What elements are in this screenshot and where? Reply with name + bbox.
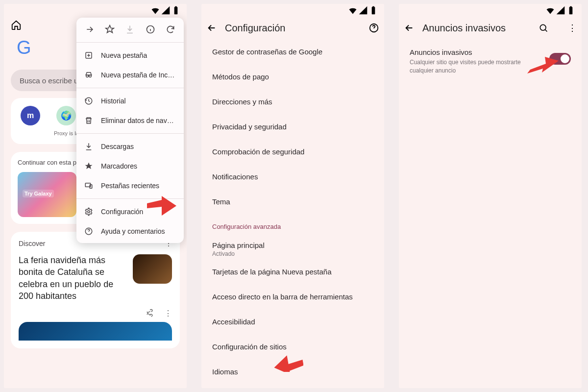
battery-icon bbox=[368, 5, 378, 15]
discover-card: Discover ⋮ La feria navideña más bonita … bbox=[11, 232, 180, 348]
menu-label: Nueva pestaña de Incó… bbox=[101, 71, 176, 79]
star-icon[interactable] bbox=[105, 24, 115, 34]
intrusive-ads-row[interactable]: Anuncios invasivos Cualquier sitio que v… bbox=[399, 39, 582, 84]
menu-help[interactable]: Ayuda y comentarios bbox=[76, 221, 184, 241]
row-title: Anuncios invasivos bbox=[410, 48, 541, 56]
menu-label: Historial bbox=[101, 97, 126, 105]
forward-icon[interactable] bbox=[85, 24, 95, 34]
share-icon[interactable] bbox=[145, 309, 153, 318]
wifi-icon bbox=[150, 5, 160, 15]
menu-clear-data[interactable]: Eliminar datos de naveg… bbox=[76, 111, 184, 130]
plus-square-icon bbox=[84, 51, 93, 60]
status-bar bbox=[399, 4, 582, 17]
menu-settings[interactable]: Configuración bbox=[76, 202, 184, 221]
menu-label: Descargas bbox=[101, 143, 134, 150]
download-icon[interactable] bbox=[125, 24, 135, 34]
more-icon[interactable]: ⋮ bbox=[568, 23, 577, 33]
settings-languages[interactable]: Idiomas bbox=[201, 359, 384, 384]
google-g-icon: G bbox=[17, 37, 31, 58]
menu-history[interactable]: Historial bbox=[76, 91, 184, 111]
menu-label: Eliminar datos de naveg… bbox=[101, 117, 176, 124]
menu-label: Configuración bbox=[101, 208, 143, 216]
shortcut-item[interactable]: m bbox=[21, 106, 40, 125]
settings-theme[interactable]: Tema bbox=[201, 189, 384, 214]
settings-accessibility[interactable]: Accesibilidad bbox=[201, 309, 384, 334]
back-icon[interactable] bbox=[404, 23, 415, 33]
search-icon[interactable] bbox=[539, 23, 548, 33]
row-description: Cualquier sitio que visites puede mostra… bbox=[410, 58, 541, 75]
download-icon bbox=[84, 142, 93, 151]
app-bar: Configuración bbox=[201, 17, 384, 39]
settings-advanced-header: Configuración avanzada bbox=[201, 214, 384, 234]
wifi-icon bbox=[348, 5, 358, 15]
phone-panel-1: G Busca o escribe u m 🌍 Proxy is la Cont… bbox=[4, 4, 187, 388]
back-icon[interactable] bbox=[206, 23, 217, 33]
settings-notifications[interactable]: Notificaciones bbox=[201, 164, 384, 189]
settings-item-title: Página principal bbox=[212, 241, 373, 249]
settings-toolbar-shortcut[interactable]: Acceso directo en la barra de herramient… bbox=[201, 284, 384, 309]
menu-label: Ayuda y comentarios bbox=[101, 227, 165, 235]
reload-icon[interactable] bbox=[166, 24, 175, 34]
status-bar bbox=[4, 4, 187, 17]
continue-thumbnail[interactable] bbox=[18, 172, 76, 217]
settings-homepage[interactable]: Página principal Activado bbox=[201, 234, 384, 259]
gear-icon bbox=[84, 207, 93, 216]
more-icon[interactable]: ⋮ bbox=[164, 309, 172, 318]
settings-privacy[interactable]: Privacidad y seguridad bbox=[201, 114, 384, 139]
status-icons bbox=[545, 5, 576, 15]
page-title: Configuración bbox=[225, 23, 285, 34]
phone-panel-2: Configuración Gestor de contraseñas de G… bbox=[201, 4, 384, 388]
home-icon[interactable] bbox=[11, 20, 22, 30]
help-icon bbox=[84, 227, 93, 236]
status-icons bbox=[348, 5, 378, 15]
info-icon[interactable] bbox=[146, 24, 155, 34]
signal-icon bbox=[556, 5, 565, 15]
wifi-icon bbox=[545, 5, 555, 15]
toggle-switch[interactable] bbox=[549, 53, 571, 65]
battery-icon bbox=[171, 5, 181, 15]
incognito-icon bbox=[84, 71, 93, 79]
status-bar bbox=[201, 4, 384, 17]
discover-header: Discover bbox=[19, 240, 45, 247]
news-image[interactable] bbox=[133, 254, 172, 284]
menu-downloads[interactable]: Descargas bbox=[76, 137, 184, 156]
history-icon bbox=[84, 97, 93, 105]
news-image-2[interactable] bbox=[19, 322, 172, 341]
menu-label: Marcadores bbox=[101, 162, 137, 170]
svg-point-9 bbox=[540, 24, 546, 30]
news-headline[interactable]: La feria navideña más bonita de Cataluña… bbox=[19, 254, 126, 302]
trash-icon bbox=[84, 116, 93, 125]
settings-payment[interactable]: Métodos de pago bbox=[201, 64, 384, 89]
menu-bookmarks[interactable]: Marcadores bbox=[76, 156, 184, 176]
overflow-menu: Nueva pestaña Nueva pestaña de Incó… His… bbox=[76, 18, 184, 243]
menu-incognito[interactable]: Nueva pestaña de Incó… bbox=[76, 65, 184, 85]
settings-passwords[interactable]: Gestor de contraseñas de Google bbox=[201, 39, 384, 64]
help-icon[interactable] bbox=[368, 23, 379, 33]
settings-safety-check[interactable]: Comprobación de seguridad bbox=[201, 139, 384, 164]
page-title: Anuncios invasivos bbox=[422, 23, 506, 34]
signal-icon bbox=[358, 5, 368, 15]
menu-recent-tabs[interactable]: Pestañas recientes bbox=[76, 176, 184, 196]
menu-label: Pestañas recientes bbox=[101, 182, 159, 190]
settings-ntp-cards[interactable]: Tarjetas de la página Nueva pestaña bbox=[201, 259, 384, 284]
menu-new-tab[interactable]: Nueva pestaña bbox=[76, 46, 184, 65]
star-filled-icon bbox=[84, 162, 93, 171]
app-bar: Anuncios invasivos ⋮ bbox=[399, 17, 582, 39]
shortcut-label: Proxy is la bbox=[54, 130, 79, 136]
shortcut-item[interactable]: 🌍 bbox=[56, 106, 76, 125]
devices-icon bbox=[84, 181, 93, 190]
signal-icon bbox=[161, 5, 171, 15]
settings-site-settings[interactable]: Configuración de sitios bbox=[201, 334, 384, 359]
menu-label: Nueva pestaña bbox=[101, 51, 147, 59]
battery-icon bbox=[566, 5, 576, 15]
phone-panel-3: Anuncios invasivos ⋮ Anuncios invasivos … bbox=[399, 4, 582, 388]
svg-point-4 bbox=[88, 211, 90, 213]
settings-item-subtitle: Activado bbox=[212, 250, 373, 257]
settings-addresses[interactable]: Direcciones y más bbox=[201, 89, 384, 114]
settings-list: Gestor de contraseñas de Google Métodos … bbox=[201, 39, 384, 384]
status-icons bbox=[150, 5, 181, 15]
